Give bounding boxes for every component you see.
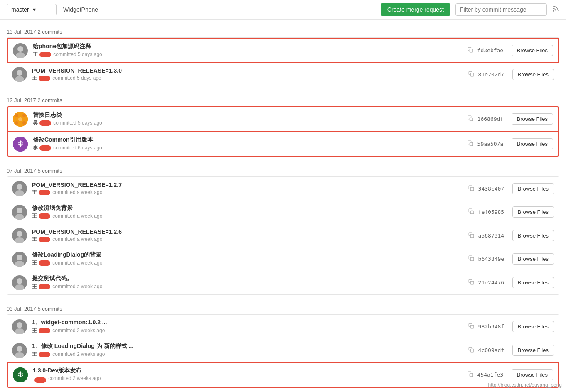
commit-author[interactable]: 王	[32, 236, 51, 243]
browse-files-button[interactable]: Browse Files	[512, 321, 554, 332]
commit-author[interactable]: 王	[32, 75, 51, 82]
commit-title[interactable]: 修改Common引用版本	[33, 136, 461, 144]
commit-time: committed 5 days ago	[52, 120, 102, 126]
commit-hash[interactable]: fd3ebfae	[477, 47, 507, 54]
svg-rect-19	[470, 187, 474, 191]
commit-title[interactable]: POM_VERSION_RELEASE=1.2.6	[32, 228, 462, 235]
date-heading: 07 Jul, 2017 5 commits	[7, 164, 559, 176]
copy-hash-icon[interactable]	[468, 279, 474, 286]
commit-hash[interactable]: 982b948f	[478, 323, 508, 330]
commit-hash[interactable]: 454a1fe3	[477, 372, 507, 378]
svg-point-35	[17, 346, 22, 352]
copy-hash-icon[interactable]	[468, 347, 474, 354]
commit-hash[interactable]: 21e24476	[478, 279, 508, 286]
browse-files-button[interactable]: Browse Files	[512, 345, 554, 356]
copy-hash-icon[interactable]	[468, 323, 474, 330]
commit-right: fd3ebfaeBrowse Files	[468, 45, 553, 56]
avatar	[12, 67, 27, 82]
commit-title[interactable]: 1、widget-common:1.0.2 ...	[32, 319, 462, 326]
commit-hash[interactable]: fef05985	[478, 209, 508, 215]
commit-group: 1、widget-common:1.0.2 ...王 committed 2 w…	[7, 314, 559, 388]
commit-info: POM_VERSION_RELEASE=1.3.0王 committed 5 d…	[32, 67, 462, 82]
commit-right: 59aa507aBrowse Files	[468, 138, 553, 149]
commit-author[interactable]: 王	[32, 213, 51, 220]
commit-hash[interactable]: 81e202d7	[478, 71, 508, 78]
commit-info: 修改Common引用版本李 committed 6 days ago	[33, 136, 461, 152]
commit-title[interactable]: 修改流氓兔背景	[32, 204, 462, 212]
commit-group: POM_VERSION_RELEASE=1.2.7王 committed a w…	[7, 176, 559, 295]
copy-hash-icon[interactable]	[468, 115, 473, 122]
browse-files-button[interactable]: Browse Files	[512, 277, 554, 288]
commit-time: committed a week ago	[51, 260, 102, 266]
commit-author[interactable]: 王	[32, 327, 51, 334]
copy-hash-icon[interactable]	[468, 140, 473, 147]
browse-files-button[interactable]: Browse Files	[512, 369, 553, 380]
copy-hash-icon[interactable]	[468, 71, 474, 78]
commit-title[interactable]: POM_VERSION_RELEASE=1.2.7	[32, 181, 462, 188]
commit-row: POM_VERSION_RELEASE=1.2.6王 committed a w…	[7, 224, 559, 247]
avatar	[12, 275, 27, 290]
browse-files-button[interactable]: Browse Files	[512, 45, 553, 56]
browse-files-button[interactable]: Browse Files	[512, 113, 553, 125]
avatar	[12, 228, 27, 243]
commit-title[interactable]: 修改LoadingDialog的背景	[32, 251, 462, 259]
commit-author[interactable]: 吴	[33, 120, 52, 127]
svg-rect-22	[470, 211, 474, 214]
commit-hash[interactable]: a5687314	[478, 233, 508, 239]
commit-author[interactable]	[33, 377, 47, 383]
commit-author[interactable]: 王	[33, 51, 52, 58]
date-heading: 13 Jul, 2017 2 commits	[7, 24, 559, 37]
copy-hash-icon[interactable]	[468, 208, 474, 216]
commit-author[interactable]: 王	[32, 260, 51, 267]
svg-point-20	[17, 208, 22, 213]
commit-time: committed a week ago	[51, 189, 102, 195]
commit-hash[interactable]: b643849e	[478, 256, 508, 262]
svg-rect-13	[470, 118, 473, 121]
browse-files-button[interactable]: Browse Files	[512, 183, 554, 194]
rss-icon[interactable]	[552, 5, 559, 15]
create-merge-request-button[interactable]: Create merge request	[381, 3, 450, 16]
browse-files-button[interactable]: Browse Files	[512, 230, 554, 241]
commit-title[interactable]: POM_VERSION_RELEASE=1.3.0	[32, 67, 462, 74]
copy-hash-icon[interactable]	[468, 47, 473, 54]
browse-files-button[interactable]: Browse Files	[512, 206, 554, 218]
commit-info: 给phone包加源码注释王 committed 5 days ago	[33, 43, 461, 58]
commit-hash[interactable]: 166869df	[477, 116, 507, 122]
commit-author[interactable]: 王	[32, 283, 51, 290]
commit-title[interactable]: 1、修改 LoadingDialog 为 新的样式 ...	[32, 343, 462, 350]
copy-hash-icon[interactable]	[468, 232, 474, 239]
commit-title[interactable]: 提交测试代码。	[32, 275, 462, 282]
copy-hash-icon[interactable]	[468, 371, 473, 378]
commit-title[interactable]: 1.3.0-Dev版本发布	[33, 367, 461, 375]
commit-time: committed 5 days ago	[52, 51, 102, 57]
filter-commit-message-input[interactable]	[455, 3, 547, 16]
copy-hash-icon[interactable]	[468, 185, 474, 192]
branch-selector[interactable]: master ▾	[7, 4, 57, 15]
commit-author[interactable]: 李	[33, 145, 52, 152]
commit-author[interactable]: 王	[32, 351, 51, 358]
commit-row: 替换日志类吴 committed 5 days ago 166869dfBrow…	[7, 106, 559, 132]
commit-meta: 李 committed 6 days ago	[33, 145, 461, 152]
commit-row: ❄ 修改Common引用版本李 committed 6 days ago 59a…	[7, 131, 559, 157]
browse-files-button[interactable]: Browse Files	[512, 253, 554, 265]
branch-name: master	[11, 6, 30, 13]
avatar	[12, 181, 27, 196]
commit-right: 166869dfBrowse Files	[468, 113, 553, 125]
commit-author[interactable]: 王	[32, 189, 51, 196]
commit-title[interactable]: 给phone包加源码注释	[33, 43, 461, 50]
commit-row: POM_VERSION_RELEASE=1.2.7王 committed a w…	[7, 177, 559, 201]
copy-hash-icon[interactable]	[468, 255, 474, 262]
commit-hash[interactable]: 3438c407	[478, 186, 508, 192]
commit-meta: 吴 committed 5 days ago	[33, 120, 461, 127]
svg-point-36	[15, 352, 24, 358]
commits-main: 13 Jul, 2017 2 commits 给phone包加源码注释王 com…	[0, 20, 566, 392]
commit-hash[interactable]: 59aa507a	[477, 141, 507, 147]
commit-right: 21e24476Browse Files	[468, 277, 554, 288]
commit-info: 提交测试代码。王 committed a week ago	[32, 275, 462, 290]
svg-rect-40	[470, 374, 473, 377]
commit-info: 修改LoadingDialog的背景王 committed a week ago	[32, 251, 462, 267]
browse-files-button[interactable]: Browse Files	[512, 138, 553, 149]
commit-title[interactable]: 替换日志类	[33, 111, 461, 119]
commit-hash[interactable]: 4c009adf	[478, 347, 508, 353]
browse-files-button[interactable]: Browse Files	[512, 69, 554, 80]
